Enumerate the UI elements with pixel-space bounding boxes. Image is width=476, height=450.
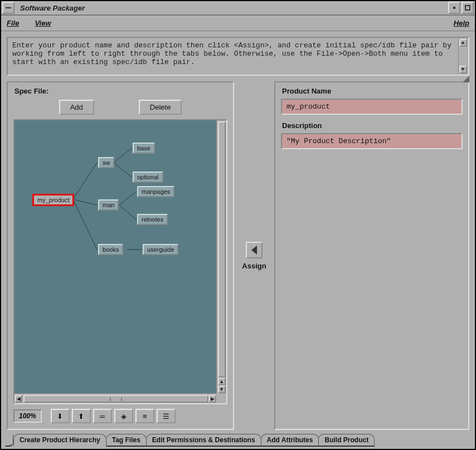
tree-toolbar: 100% ⬇ ⬆ ═ ◈ ≡ ☰: [13, 409, 227, 423]
svg-line-5: [119, 192, 136, 205]
tab-bar: Create Product Hierarchy Tag Files Edit …: [1, 433, 475, 449]
layout-horizontal-icon[interactable]: ═: [93, 409, 112, 423]
collapse-down-icon[interactable]: ⬇: [51, 409, 70, 423]
product-name-field[interactable]: my_product: [281, 99, 463, 115]
tree-canvas[interactable]: my_product sw base optional man manpages…: [14, 120, 216, 393]
tree-node-userguide[interactable]: userguide: [143, 244, 178, 255]
instruction-text: Enter your product name and description …: [12, 41, 451, 66]
description-field[interactable]: "My Product Description": [281, 133, 463, 149]
menu-help[interactable]: Help: [454, 19, 469, 27]
window-title: Software Packager: [17, 4, 447, 12]
scroll-down-icon[interactable]: ▼: [218, 385, 226, 393]
instruction-panel: Enter your product name and description …: [7, 37, 469, 76]
main-content: Spec File: Add Delete: [1, 81, 475, 433]
layout-tree-icon[interactable]: ≡: [135, 409, 154, 423]
svg-line-2: [73, 199, 97, 250]
spec-file-panel: Spec File: Add Delete: [7, 81, 234, 430]
minimize-button[interactable]: [448, 2, 460, 14]
tab-leader: [6, 434, 13, 447]
tree-node-manpages[interactable]: manpages: [137, 186, 174, 197]
tree-node-relnotes[interactable]: relnotes: [137, 214, 168, 225]
maximize-button[interactable]: [462, 2, 474, 14]
tree-scrollbar-vertical[interactable]: ▲ ▼: [216, 120, 226, 393]
layout-node-icon[interactable]: ◈: [114, 409, 133, 423]
scroll-up-icon[interactable]: ▲: [459, 39, 467, 47]
product-name-label: Product Name: [282, 87, 463, 95]
tree-node-base[interactable]: base: [133, 143, 155, 154]
window-menu-button[interactable]: [2, 2, 14, 14]
scrollbar-corner: [216, 393, 226, 403]
tree-viewport: my_product sw base optional man manpages…: [13, 119, 227, 404]
add-button[interactable]: Add: [59, 100, 94, 115]
product-panel: Product Name my_product Description "My …: [274, 81, 469, 430]
svg-line-0: [73, 163, 97, 199]
tree-node-sw[interactable]: sw: [98, 157, 114, 168]
app-window: Software Packager File View Help Enter y…: [0, 0, 476, 450]
layout-detail-icon[interactable]: ☰: [157, 409, 176, 423]
menubar: File View Help: [1, 16, 475, 31]
tab-build-product[interactable]: Build Product: [318, 434, 375, 447]
tab-add-attributes[interactable]: Add Attributes: [261, 434, 319, 447]
tree-node-books[interactable]: books: [98, 244, 123, 255]
scroll-up-icon[interactable]: ▲: [218, 378, 226, 385]
tree-scrollbar-horizontal[interactable]: ◀ ▶: [14, 393, 216, 403]
tab-tag-files[interactable]: Tag Files: [106, 434, 147, 447]
tree-node-man[interactable]: man: [98, 199, 119, 211]
scrollbar-thumb[interactable]: [23, 395, 208, 403]
resize-handle-icon[interactable]: [462, 75, 469, 82]
assign-button[interactable]: [246, 242, 263, 258]
assign-column: Assign: [239, 81, 270, 430]
spec-file-label: Spec File:: [14, 87, 227, 95]
tab-edit-permissions[interactable]: Edit Permissions & Destinations: [146, 434, 261, 447]
expand-up-icon[interactable]: ⬆: [72, 409, 91, 423]
tab-create-hierarchy[interactable]: Create Product Hierarchy: [13, 434, 106, 447]
tree-node-root[interactable]: my_product: [32, 194, 74, 206]
menu-file[interactable]: File: [7, 19, 19, 27]
tree-connectors: [14, 120, 216, 393]
svg-line-1: [73, 199, 97, 205]
delete-button[interactable]: Delete: [139, 100, 182, 115]
scroll-down-icon[interactable]: ▼: [459, 66, 467, 74]
menu-view[interactable]: View: [35, 19, 51, 27]
titlebar[interactable]: Software Packager: [1, 1, 475, 16]
svg-line-3: [114, 148, 132, 163]
zoom-level[interactable]: 100%: [13, 409, 42, 423]
svg-line-4: [114, 163, 132, 177]
scroll-left-icon[interactable]: ◀: [14, 395, 22, 403]
description-label: Description: [282, 121, 463, 130]
scroll-right-icon[interactable]: ▶: [208, 395, 216, 403]
scrollbar-thumb[interactable]: [218, 121, 226, 378]
tree-node-optional[interactable]: optional: [133, 172, 163, 183]
arrow-left-icon: [251, 246, 257, 255]
assign-label: Assign: [242, 262, 266, 270]
svg-line-6: [119, 205, 136, 219]
instruction-scrollbar[interactable]: ▲ ▼: [458, 39, 467, 74]
